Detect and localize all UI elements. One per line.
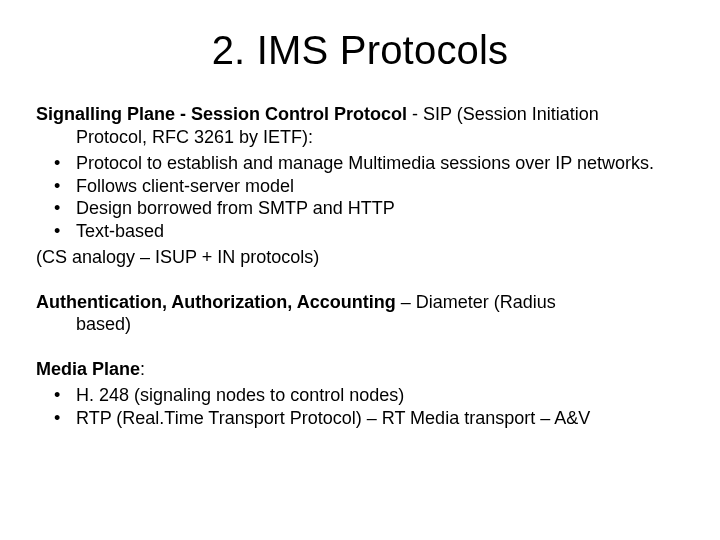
media-lead: Media Plane: [36,358,684,381]
list-item: Protocol to establish and manage Multime… [54,152,684,175]
aaa-lead-bold: Authentication, Authorization, Accountin… [36,292,396,312]
signalling-footer: (CS analogy – ISUP + IN protocols) [36,246,684,269]
aaa-lead: Authentication, Authorization, Accountin… [36,291,684,336]
signalling-bullets: Protocol to establish and manage Multime… [36,152,684,242]
list-item: H. 248 (signaling nodes to control nodes… [54,384,684,407]
media-lead-rest: : [140,359,145,379]
list-item: Text-based [54,220,684,243]
aaa-lead-line2: based) [36,313,684,336]
signalling-lead: Signalling Plane - Session Control Proto… [36,103,684,148]
aaa-lead-rest: – Diameter (Radius [396,292,556,312]
media-bullets: H. 248 (signaling nodes to control nodes… [36,384,684,429]
list-item: Follows client-server model [54,175,684,198]
list-item: Design borrowed from SMTP and HTTP [54,197,684,220]
signalling-lead-bold: Signalling Plane - Session Control Proto… [36,104,407,124]
slide-body: Signalling Plane - Session Control Proto… [36,103,684,429]
signalling-lead-rest: - SIP (Session Initiation [407,104,599,124]
media-lead-bold: Media Plane [36,359,140,379]
spacer [36,273,684,291]
spacer [36,340,684,358]
signalling-lead-line2: Protocol, RFC 3261 by IETF): [36,126,684,149]
slide: 2. IMS Protocols Signalling Plane - Sess… [0,0,720,540]
slide-title: 2. IMS Protocols [36,28,684,73]
list-item: RTP (Real.Time Transport Protocol) – RT … [54,407,684,430]
